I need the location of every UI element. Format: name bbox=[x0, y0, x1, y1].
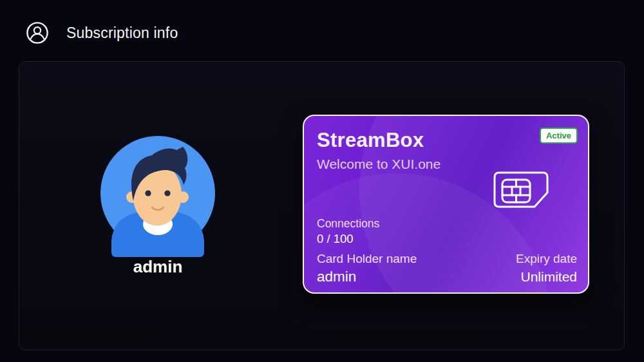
profile-name: admin bbox=[97, 257, 219, 277]
subscription-info-screen: Subscription info admin bbox=[0, 0, 644, 362]
card-holder-value: admin bbox=[317, 269, 356, 285]
page-title: Subscription info bbox=[66, 21, 178, 44]
card-holder-label: Card Holder name bbox=[317, 252, 417, 266]
card-subtitle: Welcome to XUI.one bbox=[317, 157, 440, 172]
expiry-date-value: Unlimited bbox=[520, 269, 577, 285]
sim-card-icon bbox=[493, 171, 549, 209]
user-circle-icon bbox=[26, 21, 49, 44]
subscription-card[interactable]: StreamBox Welcome to XUI.one Active Conn… bbox=[303, 115, 589, 294]
connections-value: 0 / 100 bbox=[317, 232, 354, 246]
card-title: StreamBox bbox=[317, 129, 424, 152]
connections-label: Connections bbox=[317, 217, 379, 231]
avatar bbox=[97, 134, 219, 260]
expiry-date-label: Expiry date bbox=[516, 252, 577, 266]
status-badge: Active bbox=[540, 128, 578, 144]
